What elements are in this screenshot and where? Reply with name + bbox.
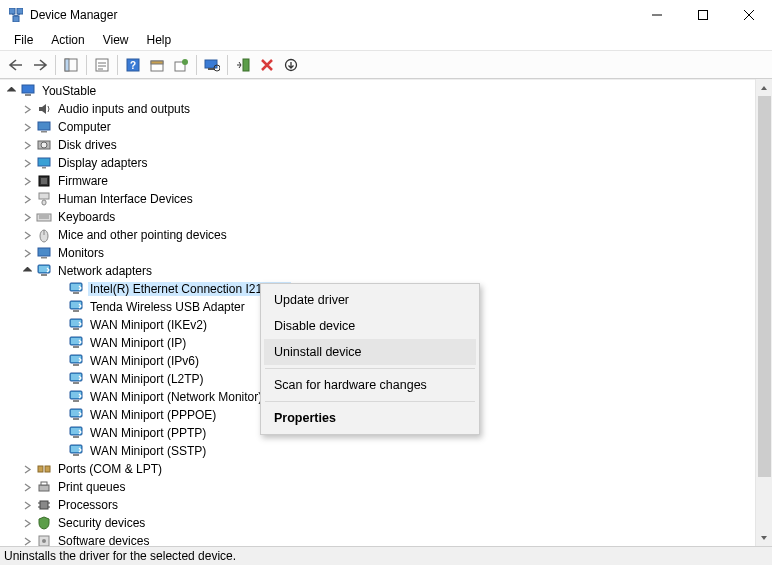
- disk-icon: [36, 137, 52, 153]
- context-menu-item[interactable]: Uninstall device: [264, 339, 476, 365]
- tree-category[interactable]: Processors: [4, 496, 772, 514]
- tree-root[interactable]: YouStable: [4, 82, 772, 100]
- software-icon: [36, 533, 52, 546]
- status-bar: Uninstalls the driver for the selected d…: [0, 546, 772, 565]
- tree-device-label: WAN Miniport (L2TP): [88, 372, 206, 386]
- chevron-right-icon[interactable]: [20, 138, 34, 152]
- svg-rect-10: [65, 59, 69, 71]
- scroll-track[interactable]: [756, 96, 773, 529]
- computer-icon: [20, 83, 36, 99]
- svg-rect-33: [42, 167, 46, 169]
- network-adapter-icon: [68, 299, 84, 315]
- svg-rect-80: [39, 485, 49, 491]
- network-adapter-icon: [68, 317, 84, 333]
- chevron-down-icon[interactable]: [20, 264, 34, 278]
- tree-category[interactable]: Security devices: [4, 514, 772, 532]
- chevron-right-icon[interactable]: [20, 534, 34, 546]
- svg-rect-44: [41, 257, 47, 259]
- tree-category-label: Firmware: [56, 174, 110, 188]
- tree-category-label: Computer: [56, 120, 113, 134]
- chevron-right-icon[interactable]: [20, 462, 34, 476]
- svg-rect-35: [41, 178, 47, 184]
- back-button[interactable]: [4, 54, 28, 76]
- tree-category[interactable]: Audio inputs and outputs: [4, 100, 772, 118]
- chevron-right-icon[interactable]: [20, 174, 34, 188]
- enable-device-button[interactable]: [231, 54, 255, 76]
- menu-action[interactable]: Action: [43, 31, 92, 49]
- tree-category[interactable]: Disk drives: [4, 136, 772, 154]
- monitor-icon: [36, 245, 52, 261]
- tree-category[interactable]: Network adapters: [4, 262, 772, 280]
- tree-category[interactable]: Print queues: [4, 478, 772, 496]
- disable-device-button[interactable]: [279, 54, 303, 76]
- tree-category-label: Security devices: [56, 516, 147, 530]
- menu-help[interactable]: Help: [139, 31, 180, 49]
- context-menu-separator: [265, 368, 475, 369]
- tree-device-label: Tenda Wireless USB Adapter: [88, 300, 247, 314]
- show-hide-tree-button[interactable]: [59, 54, 83, 76]
- tree-category[interactable]: Ports (COM & LPT): [4, 460, 772, 478]
- tree-category[interactable]: Software devices: [4, 532, 772, 546]
- svg-rect-28: [38, 122, 50, 130]
- context-menu-item[interactable]: Update driver: [264, 287, 476, 313]
- chevron-right-icon[interactable]: [20, 246, 34, 260]
- network-adapter-icon: [68, 335, 84, 351]
- action-button[interactable]: [145, 54, 169, 76]
- network-adapter-icon: [68, 281, 84, 297]
- update-driver-button[interactable]: [169, 54, 193, 76]
- chevron-right-icon[interactable]: [20, 480, 34, 494]
- chevron-right-icon[interactable]: [20, 192, 34, 206]
- svg-rect-27: [25, 94, 31, 96]
- tree-category[interactable]: Keyboards: [4, 208, 772, 226]
- context-menu-item[interactable]: Properties: [264, 405, 476, 431]
- chevron-right-icon[interactable]: [20, 156, 34, 170]
- forward-button[interactable]: [28, 54, 52, 76]
- tree-category-label: Processors: [56, 498, 120, 512]
- uninstall-device-button[interactable]: [255, 54, 279, 76]
- svg-rect-62: [73, 364, 79, 366]
- tree-category[interactable]: Monitors: [4, 244, 772, 262]
- vertical-scrollbar[interactable]: [755, 79, 772, 546]
- tree-category[interactable]: Mice and other pointing devices: [4, 226, 772, 244]
- chevron-right-icon[interactable]: [20, 498, 34, 512]
- scroll-thumb[interactable]: [758, 96, 771, 477]
- svg-rect-1: [17, 8, 23, 14]
- tree-category-label: Ports (COM & LPT): [56, 462, 164, 476]
- svg-rect-47: [41, 274, 47, 276]
- network-adapter-icon: [68, 425, 84, 441]
- tree-category[interactable]: Human Interface Devices: [4, 190, 772, 208]
- svg-rect-0: [9, 8, 15, 14]
- chevron-right-icon[interactable]: [20, 228, 34, 242]
- svg-rect-37: [42, 200, 46, 205]
- network-adapter-icon: [68, 389, 84, 405]
- ports-icon: [36, 461, 52, 477]
- tree-category[interactable]: Firmware: [4, 172, 772, 190]
- svg-rect-68: [73, 400, 79, 402]
- svg-rect-50: [73, 292, 79, 294]
- tree-category-label: Keyboards: [56, 210, 117, 224]
- svg-rect-56: [73, 328, 79, 330]
- chevron-down-icon[interactable]: [4, 84, 18, 98]
- tree-category-label: Software devices: [56, 534, 151, 546]
- properties-button[interactable]: [90, 54, 114, 76]
- menu-file[interactable]: File: [6, 31, 41, 49]
- minimize-button[interactable]: [634, 0, 680, 30]
- chevron-right-icon[interactable]: [20, 120, 34, 134]
- scroll-down-button[interactable]: [756, 529, 773, 546]
- tree-device[interactable]: WAN Miniport (SSTP): [4, 442, 772, 460]
- tree-category-label: Mice and other pointing devices: [56, 228, 229, 242]
- context-menu-item[interactable]: Scan for hardware changes: [264, 372, 476, 398]
- chevron-right-icon[interactable]: [20, 102, 34, 116]
- scan-hardware-button[interactable]: [200, 54, 224, 76]
- context-menu-item[interactable]: Disable device: [264, 313, 476, 339]
- close-button[interactable]: [726, 0, 772, 30]
- chevron-right-icon[interactable]: [20, 210, 34, 224]
- help-button[interactable]: ?: [121, 54, 145, 76]
- tree-category[interactable]: Display adapters: [4, 154, 772, 172]
- tree-category[interactable]: Computer: [4, 118, 772, 136]
- menu-view[interactable]: View: [95, 31, 137, 49]
- maximize-button[interactable]: [680, 0, 726, 30]
- chevron-right-icon[interactable]: [20, 516, 34, 530]
- scroll-up-button[interactable]: [756, 79, 773, 96]
- tree-category-label: Display adapters: [56, 156, 149, 170]
